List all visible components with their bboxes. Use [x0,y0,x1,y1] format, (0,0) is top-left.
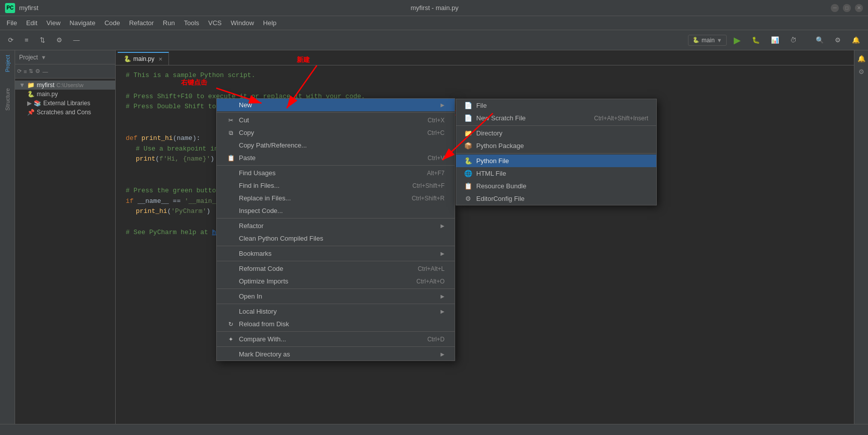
cm-local-history[interactable]: Local History ▶ [217,305,455,318]
cm-bookmarks-label: Bookmarks [239,250,272,257]
run-config-selector[interactable]: 🐍 main ▼ [688,35,727,46]
cm-clean-label: Clean Python Compiled Files [239,235,323,242]
cm-compare-with[interactable]: ✦ Compare With... Ctrl+D [217,333,455,345]
right-sidebar: 🔔 ⚙ [854,50,868,435]
toolbar-icon1[interactable]: ⟳ [4,34,18,46]
toolbar-dash: — [69,34,84,46]
menu-code[interactable]: Code [101,18,124,28]
menu-vcs[interactable]: VCS [204,18,226,28]
sm-editorconfig[interactable]: ⚙ EditorConfig File [456,192,656,205]
cm-sep9 [217,346,455,347]
sm-directory-label: Directory [476,129,502,137]
cm-reload-from-disk[interactable]: ↻ Reload from Disk [217,318,455,330]
cm-sep1 [217,112,455,113]
settings-icon[interactable]: ⚙ [831,34,845,46]
minimize-button[interactable]: ─ [831,4,839,12]
panel-tb-btn2[interactable]: ≡ [24,68,27,75]
sm-new-scratch[interactable]: 📄 New Scratch File Ctrl+Alt+Shift+Insert [456,112,656,124]
cm-paste-label: Paste [239,154,255,162]
structure-icon[interactable]: Structure [2,86,14,113]
cm-reformat[interactable]: Reformat Code Ctrl+Alt+L [217,262,455,275]
search-everywhere-icon[interactable]: 🔍 [812,34,828,46]
cm-open-in[interactable]: Open In ▶ [217,290,455,303]
menu-run[interactable]: Run [159,18,179,28]
sm-html-label: HTML File [476,170,506,177]
cm-reload-label: Reload from Disk [239,320,289,328]
cm-openin-label: Open In [239,293,262,300]
sm-directory[interactable]: 📁 Directory [456,127,656,139]
cm-optimize-imports[interactable]: Optimize Imports Ctrl+Alt+O [217,275,455,287]
toolbar-icon2[interactable]: ≡ [21,34,33,46]
scratches-icon: 📌 [27,109,35,116]
rs-notifications[interactable]: 🔔 [856,53,867,64]
run-button[interactable]: ▶ [730,33,745,48]
sm-resource-label: Resource Bundle [476,182,527,190]
tree-mainpy-label: main.py [37,91,58,98]
sm-html-file[interactable]: 🌐 HTML File [456,167,656,180]
cm-optimize-shortcut: Ctrl+Alt+O [416,278,445,285]
main-layout: Project Structure Project ▼ ⟳ ≡ ⇅ ⚙ — ▼ … [0,50,868,435]
sm-python-package[interactable]: 📦 Python Package [456,139,656,152]
sm-resource-bundle[interactable]: 📋 Resource Bundle [456,180,656,192]
toolbar-settings[interactable]: ⚙ [52,34,66,46]
cm-find-in-files[interactable]: Find in Files... Ctrl+Shift+F [217,179,455,192]
cm-copy-path[interactable]: Copy Path/Reference... [217,139,455,152]
tree-external-libs[interactable]: ▶ 📚 External Libraries [23,99,115,108]
menu-edit[interactable]: Edit [22,18,41,28]
panel-tb-settings[interactable]: ⚙ [35,68,40,75]
tab-mainpy[interactable]: 🐍 main.py ✕ [118,52,169,65]
cm-sep7 [217,304,455,304]
sm-python-file[interactable]: 🐍 Python File [456,155,656,167]
sm-package-icon: 📦 [464,142,472,150]
menu-navigate[interactable]: Navigate [65,18,99,28]
sm-file-icon: 📄 [464,102,472,109]
toolbar-icon3[interactable]: ⇅ [36,34,49,46]
cm-refactor-label: Refactor [239,222,264,230]
cm-paste-shortcut: Ctrl+V [427,155,445,162]
sm-file-label: File [476,102,487,109]
menu-view[interactable]: View [42,18,64,28]
cm-copy[interactable]: ⧉ Copy Ctrl+C [217,126,455,139]
sm-file[interactable]: 📄 File [456,99,656,112]
cm-new[interactable]: New ▶ 📄 File 📄 New Scratch File Ctrl+Alt… [217,99,455,111]
rs-settings[interactable]: ⚙ [856,66,867,77]
cm-bookmarks[interactable]: Bookmarks ▶ [217,247,455,260]
close-button[interactable]: ✕ [855,4,863,12]
sm-editorconfig-icon: ⚙ [464,195,472,202]
cm-findusages-label: Find Usages [239,169,276,177]
menu-window[interactable]: Window [227,18,258,28]
tree-scratches[interactable]: 📌 Scratches and Cons [23,108,115,117]
code-line-1: # This is a sample Python script. [126,70,844,81]
menu-bar: File Edit View Navigate Code Refactor Ru… [0,16,868,30]
maximize-button[interactable]: □ [843,4,851,12]
project-icon[interactable]: Project [2,53,14,74]
cm-sep2 [217,165,455,166]
panel-tb-btn1[interactable]: ⟳ [17,68,22,75]
cm-paste[interactable]: 📋 Paste Ctrl+V [217,152,455,164]
submenu-new: 📄 File 📄 New Scratch File Ctrl+Alt+Shift… [456,99,657,205]
cm-replace-in-files[interactable]: Replace in Files... Ctrl+Shift+R [217,192,455,204]
tab-close-icon[interactable]: ✕ [158,56,162,62]
tab-py-icon: 🐍 [124,55,131,62]
cm-find-usages[interactable]: Find Usages Alt+F7 [217,167,455,179]
menu-tools[interactable]: Tools [180,18,203,28]
debug-button[interactable]: 🐛 [748,34,764,46]
py-file-icon: 🐍 [27,91,35,98]
menu-refactor[interactable]: Refactor [125,18,158,28]
panel-tb-btn3[interactable]: ⇅ [29,68,33,75]
cm-sep5 [217,261,455,261]
cm-inspect-code[interactable]: Inspect Code... [217,204,455,217]
coverage-button[interactable]: 📊 [767,34,783,46]
cm-clean-compiled[interactable]: Clean Python Compiled Files [217,232,455,245]
cm-cut[interactable]: ✂ Cut Ctrl+X [217,114,455,126]
menu-file[interactable]: File [3,18,21,28]
tree-mainpy[interactable]: 🐍 main.py [23,90,115,99]
cm-mark-directory[interactable]: Mark Directory as ▶ [217,348,455,360]
menu-help[interactable]: Help [259,18,281,28]
panel-dropdown[interactable]: ▼ [41,54,46,60]
tree-root[interactable]: ▼ 📁 myfirst C:\Users\w [15,81,115,90]
updates-icon[interactable]: 🔔 [848,34,864,46]
cm-new-label: New [239,101,252,109]
profile-button[interactable]: ⏱ [786,34,801,46]
cm-refactor[interactable]: Refactor ▶ [217,220,455,232]
